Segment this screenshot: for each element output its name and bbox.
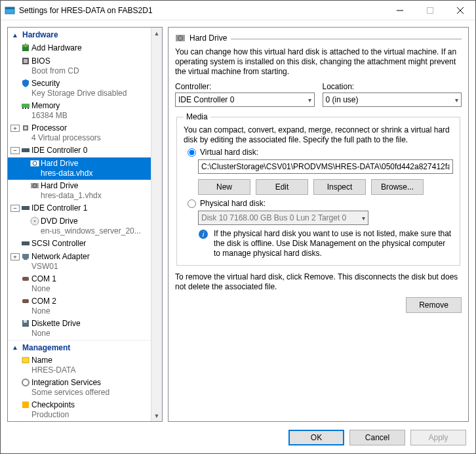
svg-rect-13 <box>25 108 26 109</box>
chip-icon <box>20 56 31 66</box>
section-hardware[interactable]: ▲ Hardware <box>8 28 162 42</box>
panel-title: Hard Drive <box>189 33 227 43</box>
settings-detail: Hard Drive You can change how this virtu… <box>168 27 469 422</box>
svg-rect-29 <box>22 299 29 303</box>
scroll-down-icon[interactable]: ▼ <box>151 410 162 421</box>
remove-description: To remove the virtual hard disk, click R… <box>175 272 462 292</box>
network-icon <box>20 252 31 261</box>
svg-rect-12 <box>22 108 24 109</box>
tree-ide0-hd2[interactable]: Hard Drivehres-data_1.vhdx <box>8 180 162 202</box>
svg-rect-22 <box>22 206 30 210</box>
ok-button[interactable]: OK <box>288 430 344 445</box>
svg-rect-27 <box>24 258 28 260</box>
tree-security[interactable]: SecurityKey Storage Drive disabled <box>8 77 162 100</box>
tree-ide1[interactable]: − IDE Controller 1 <box>8 202 162 215</box>
tree-scrollbar[interactable]: ▲ ▼ <box>151 28 162 421</box>
apply-button: Apply <box>410 430 466 445</box>
tree-ide0[interactable]: − IDE Controller 0 <box>8 144 162 157</box>
vhd-path-input[interactable] <box>198 159 453 174</box>
controller-icon <box>20 146 31 155</box>
svg-rect-32 <box>22 358 29 363</box>
minimize-button[interactable] <box>385 1 415 20</box>
close-button[interactable] <box>445 1 475 20</box>
serial-port-icon <box>20 297 31 306</box>
shield-icon <box>20 79 31 88</box>
add-hardware-icon <box>20 43 31 52</box>
controller-label: Controller: <box>175 82 315 91</box>
inspect-button[interactable]: Inspect <box>313 179 366 195</box>
new-button[interactable]: New <box>198 179 250 195</box>
dvd-icon <box>29 217 41 226</box>
svg-rect-34 <box>22 402 29 408</box>
chevron-down-icon: ▾ <box>362 215 365 222</box>
svg-rect-10 <box>24 59 28 63</box>
controller-icon <box>20 239 31 248</box>
tag-icon <box>20 356 31 365</box>
collapse-icon[interactable]: − <box>10 205 20 212</box>
physical-disk-info: If the physical hard disk you want to us… <box>214 229 453 258</box>
collapse-icon[interactable]: − <box>10 147 20 154</box>
tree-com2[interactable]: COM 2None <box>8 295 162 318</box>
titlebar: Settings for HRES-DATA on FABS2D1 <box>1 1 475 20</box>
hard-drive-icon <box>29 159 41 168</box>
svg-rect-1 <box>5 7 14 9</box>
tree-integration[interactable]: Integration ServicesSome services offere… <box>8 377 162 399</box>
panel-description: You can change how this virtual hard dis… <box>175 47 462 77</box>
scroll-up-icon[interactable]: ▲ <box>151 28 162 39</box>
chevron-down-icon: ▾ <box>308 96 311 104</box>
separator <box>231 39 462 39</box>
maximize-button[interactable] <box>415 1 445 20</box>
radio-virtual-disk-label: Virtual hard disk: <box>200 148 258 157</box>
location-select[interactable]: 0 (in use)▾ <box>323 93 462 107</box>
browse-button[interactable]: Browse... <box>371 179 424 195</box>
tree-network[interactable]: + Network AdapterVSW01 <box>8 251 162 273</box>
tree-ide0-hd1[interactable]: Hard Drivehres-data.vhdx <box>8 157 162 180</box>
window-title: Settings for HRES-DATA on FABS2D1 <box>19 6 385 15</box>
settings-tree[interactable]: ▲ Hardware Add Hardware BIOSBoot from CD… <box>7 27 163 422</box>
hard-drive-icon <box>175 33 186 43</box>
svg-rect-14 <box>28 108 29 109</box>
tree-ide1-dvd[interactable]: DVD Driveen-us_windows_server_20... <box>8 215 162 237</box>
tree-diskette[interactable]: Diskette DriveNone <box>8 318 162 340</box>
radio-virtual-disk[interactable] <box>188 148 196 157</box>
svg-rect-17 <box>22 148 30 152</box>
svg-rect-28 <box>22 277 29 281</box>
cancel-button[interactable]: Cancel <box>349 430 405 445</box>
app-icon <box>5 5 15 16</box>
tree-name[interactable]: NameHRES-DATA <box>8 354 162 377</box>
cpu-icon <box>20 123 31 133</box>
remove-button[interactable]: Remove <box>406 297 462 313</box>
svg-rect-25 <box>22 241 30 245</box>
tree-checkpoints[interactable]: CheckpointsProduction <box>8 399 162 421</box>
tree-scsi[interactable]: SCSI Controller <box>8 237 162 251</box>
dialog-footer: OK Cancel Apply <box>1 422 475 453</box>
info-icon: i <box>198 229 208 258</box>
physical-disk-select: Disk 10 7168.00 GB Bus 0 Lun 2 Target 0▾ <box>198 211 368 225</box>
radio-physical-disk[interactable] <box>188 199 196 208</box>
tree-processor[interactable]: + Processor4 Virtual processors <box>8 122 162 144</box>
section-management[interactable]: ▲ Management <box>8 340 162 354</box>
diskette-icon <box>20 319 31 328</box>
radio-physical-disk-label: Physical hard disk: <box>200 199 266 208</box>
svg-rect-26 <box>22 254 29 258</box>
tree-add-hardware[interactable]: Add Hardware <box>8 42 162 55</box>
media-legend: Media <box>184 112 210 121</box>
serial-port-icon <box>20 274 31 283</box>
media-description: You can compact, convert, expand, merge,… <box>184 125 453 145</box>
svg-point-24 <box>34 220 36 222</box>
media-group: Media You can compact, convert, expand, … <box>176 112 460 266</box>
expand-icon[interactable]: + <box>10 125 20 132</box>
chevron-down-icon: ▾ <box>455 96 458 104</box>
edit-button[interactable]: Edit <box>256 179 308 195</box>
svg-rect-16 <box>24 127 27 129</box>
controller-select[interactable]: IDE Controller 0▾ <box>175 93 315 107</box>
tree-smart-paging[interactable]: Smart Paging File Location <box>8 421 162 422</box>
settings-window: Settings for HRES-DATA on FABS2D1 ▲ Hard… <box>0 0 476 454</box>
tree-com1[interactable]: COM 1None <box>8 273 162 295</box>
expand-icon[interactable]: + <box>10 253 20 260</box>
svg-rect-3 <box>427 7 433 13</box>
tree-bios[interactable]: BIOSBoot from CD <box>8 55 162 77</box>
checkpoint-icon <box>20 400 31 409</box>
tree-memory[interactable]: Memory16384 MB <box>8 100 162 122</box>
controller-icon <box>20 203 31 213</box>
